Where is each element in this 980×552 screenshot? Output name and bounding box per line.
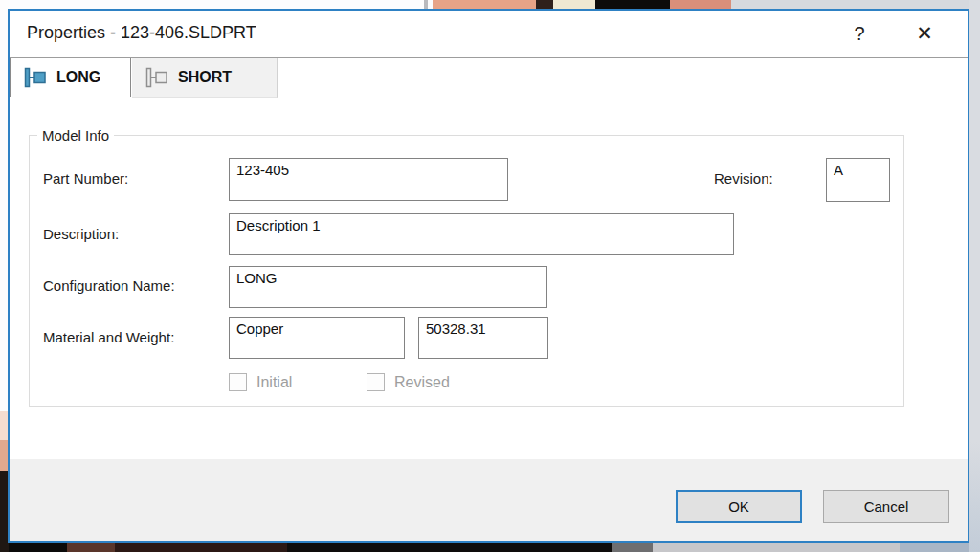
cancel-button[interactable]: Cancel [823,490,949,523]
group-legend: Model Info [37,127,114,144]
help-button[interactable]: ? [843,18,876,49]
close-button[interactable]: ✕ [908,18,941,49]
configuration-name-input[interactable]: LONG [229,266,547,308]
revision-label: Revision: [714,170,773,187]
tab-long[interactable]: LONG [10,58,131,97]
config-flag-icon [24,67,47,88]
part-number-input[interactable]: 123-405 [229,158,508,201]
model-info-group: Model Info Part Number: 123-405 Revision… [29,127,904,407]
material-input[interactable]: Copper [229,317,405,359]
revision-input[interactable]: A [826,158,890,202]
tab-label: SHORT [178,69,232,86]
part-number-label: Part Number: [43,170,128,187]
background-photo-bottom [0,542,980,552]
initial-checkbox[interactable] [229,373,247,391]
initial-checkbox-label: Initial [256,374,292,391]
dialog-footer: OK Cancel [10,459,968,541]
tab-short[interactable]: SHORT [132,58,278,98]
revised-checkbox[interactable] [367,373,385,391]
description-label: Description: [43,226,119,242]
tab-label: LONG [56,69,100,86]
revised-checkbox-label: Revised [394,374,450,391]
tab-strip: LONG SHORT [10,58,968,98]
dialog-titlebar: Properties - 123-406.SLDPRT ? ✕ [10,11,968,57]
description-input[interactable]: Description 1 [229,213,734,255]
initial-checkbox-row: Initial [229,373,292,391]
revised-checkbox-row: Revised [367,373,450,391]
config-flag-icon [145,67,168,88]
properties-dialog: Properties - 123-406.SLDPRT ? ✕ LONG SHO… [8,9,969,543]
background-photo-right [969,0,980,552]
ok-button[interactable]: OK [676,490,802,523]
dialog-title: Properties - 123-406.SLDPRT [27,23,256,43]
configuration-name-label: Configuration Name: [43,277,175,294]
material-weight-label: Material and Weight: [43,329,174,345]
weight-input[interactable]: 50328.31 [418,317,548,359]
